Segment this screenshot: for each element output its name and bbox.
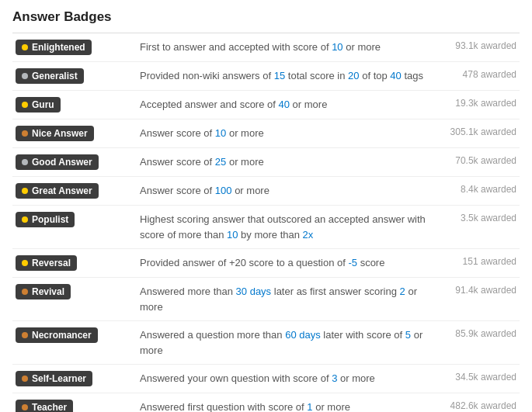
desc-highlight: 2 [400, 286, 405, 297]
desc-highlight: 15 [274, 70, 285, 81]
desc-text: of top [360, 70, 391, 81]
desc-text: Provided non-wiki answers of [140, 70, 274, 81]
badge-description: Highest scoring answer that outscored an… [140, 212, 439, 242]
desc-highlight: 60 days [285, 329, 321, 341]
badge-col: Generalist [16, 68, 140, 84]
badge-count: 93.1k awarded [439, 40, 516, 51]
badge-description: Provided non-wiki answers of 15 total sc… [140, 68, 439, 84]
badge-list: EnlightenedFirst to answer and accepted … [12, 33, 520, 412]
badge-name: Self-Learner [32, 373, 86, 384]
desc-highlight: 2x [303, 229, 314, 241]
table-row: ReversalProvided answer of +20 score to … [12, 249, 520, 278]
badge-count: 151 awarded [439, 255, 516, 267]
table-row: NecromancerAnswered a question more than… [12, 321, 520, 365]
badge-description: Provided answer of +20 score to a questi… [140, 255, 439, 271]
badge-col: Necromancer [16, 327, 140, 343]
badge-count: 91.4k awarded [439, 284, 516, 296]
badge-description: Accepted answer and score of 40 or more [140, 97, 439, 113]
table-row: Good AnswerAnswer score of 25 or more70.… [12, 148, 520, 177]
badge-count: 482.6k awarded [439, 400, 516, 411]
page-title: Answer Badges [12, 9, 520, 25]
badge-count: 85.9k awarded [439, 327, 516, 339]
desc-text: Accepted answer and score of [140, 99, 279, 110]
desc-text: Provided answer of +20 score to a questi… [140, 257, 348, 268]
badge-description: Answered first question with score of 1 … [140, 400, 439, 412]
desc-highlight: 40 [279, 99, 290, 110]
badge-tag[interactable]: Great Answer [16, 183, 99, 199]
badge-dot-icon [22, 73, 28, 79]
table-row: Self-LearnerAnswered your own question w… [12, 365, 520, 393]
badge-name: Good Answer [32, 157, 92, 168]
badge-name: Guru [32, 99, 54, 110]
desc-text: Answered more than [140, 286, 236, 297]
badge-name: Generalist [32, 71, 78, 81]
badge-col: Good Answer [16, 154, 140, 170]
badge-dot-icon [22, 44, 28, 50]
desc-text: later with score of [321, 329, 405, 341]
badge-col: Revival [16, 284, 140, 299]
badge-col: Enlightened [16, 40, 140, 55]
badge-dot-icon [22, 289, 28, 295]
desc-text: First to answer and accepted with score … [140, 41, 332, 53]
desc-text: Answered a question more than [140, 329, 285, 341]
badge-description: First to answer and accepted with score … [140, 40, 439, 55]
table-row: GeneralistProvided non-wiki answers of 1… [12, 62, 520, 91]
badge-dot-icon [22, 130, 28, 137]
badge-description: Answer score of 25 or more [140, 154, 439, 170]
desc-highlight: 25 [215, 156, 226, 168]
badge-col: Great Answer [16, 183, 140, 199]
badge-tag[interactable]: Reversal [16, 255, 77, 271]
desc-text: total score in [285, 70, 348, 81]
badge-tag[interactable]: Enlightened [16, 40, 92, 55]
desc-text: Answer score of [140, 185, 215, 196]
badge-tag[interactable]: Teacher [16, 400, 73, 412]
desc-highlight: 40 [390, 70, 401, 81]
desc-text: or more [226, 127, 263, 139]
badge-tag[interactable]: Necromancer [16, 327, 98, 343]
badge-col: Reversal [16, 255, 140, 271]
badge-name: Revival [32, 286, 64, 297]
badge-dot-icon [22, 188, 28, 194]
badge-count: 478 awarded [439, 68, 516, 80]
badge-count: 70.5k awarded [439, 154, 516, 166]
desc-highlight: 100 [215, 185, 232, 196]
desc-text: later as first answer scoring [271, 286, 399, 297]
badge-dot-icon [22, 376, 28, 382]
desc-highlight: -5 [348, 257, 357, 268]
desc-text: Answer score of [140, 127, 215, 139]
table-row: GuruAccepted answer and score of 40 or m… [12, 91, 520, 119]
badge-col: Nice Answer [16, 126, 140, 141]
desc-text: Answered first question with score of [140, 401, 307, 412]
badge-dot-icon [22, 332, 28, 338]
badge-tag[interactable]: Good Answer [16, 154, 99, 170]
badge-name: Enlightened [32, 42, 85, 53]
table-row: PopulistHighest scoring answer that outs… [12, 206, 520, 249]
page-container: Answer Badges EnlightenedFirst to answer… [0, 0, 532, 412]
desc-highlight: 10 [215, 127, 226, 139]
desc-highlight: 1 [307, 401, 312, 412]
badge-col: Populist [16, 212, 140, 227]
badge-tag[interactable]: Generalist [16, 68, 84, 84]
badge-col: Self-Learner [16, 371, 140, 386]
badge-dot-icon [22, 404, 28, 410]
badge-count: 3.5k awarded [439, 212, 516, 223]
badge-tag[interactable]: Nice Answer [16, 126, 94, 141]
desc-text: or more [343, 41, 381, 53]
badge-name: Populist [32, 214, 68, 225]
badge-tag[interactable]: Guru [16, 97, 61, 113]
desc-highlight: 20 [348, 70, 359, 81]
badge-description: Answered your own question with score of… [140, 371, 439, 386]
table-row: EnlightenedFirst to answer and accepted … [12, 33, 520, 62]
badge-count: 8.4k awarded [439, 183, 516, 195]
badge-dot-icon [22, 260, 28, 266]
desc-text: Answer score of [140, 156, 215, 168]
badge-col: Guru [16, 97, 140, 113]
badge-name: Great Answer [32, 185, 92, 196]
desc-text: or more [313, 401, 350, 412]
badge-tag[interactable]: Self-Learner [16, 371, 92, 386]
badge-tag[interactable]: Revival [16, 284, 71, 299]
desc-text: Answered your own question with score of [140, 372, 332, 384]
desc-highlight: 30 days [236, 286, 272, 297]
badge-tag[interactable]: Populist [16, 212, 75, 227]
badge-name: Necromancer [32, 330, 92, 341]
